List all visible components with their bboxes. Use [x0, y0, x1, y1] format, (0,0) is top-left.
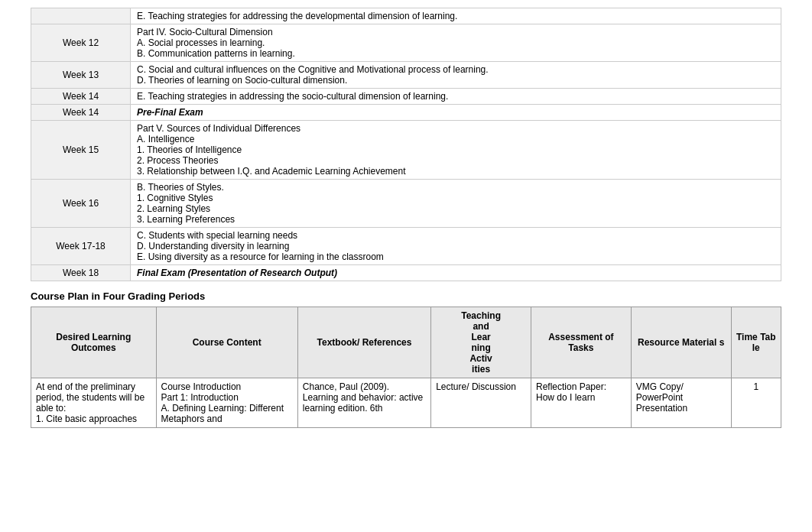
content-cell: B. Theories of Styles.1. Cognitive Style…	[131, 180, 781, 228]
week-cell: Week 16	[31, 180, 131, 228]
content-cell: Part IV. Socio-Cultural DimensionA. Soci…	[131, 24, 781, 62]
week-cell: Week 17-18	[31, 228, 131, 265]
main-container: E. Teaching strategies for addressing th…	[0, 0, 812, 436]
cp-cell-ta: Lecture/ Discussion	[431, 378, 531, 428]
header-dlo: Desired Learning Outcomes	[31, 307, 157, 378]
content-cell: E. Teaching strategies for addressing th…	[131, 8, 781, 24]
cp-cell-dlo: At end of the preliminary period, the st…	[31, 378, 157, 428]
cp-cell-tr: Chance, Paul (2009). Learning and behavi…	[297, 378, 430, 428]
course-plan-table: Desired Learning Outcomes Course Content…	[31, 307, 781, 428]
week-cell: Week 18	[31, 265, 131, 281]
content-cell: Final Exam (Presentation of Research Out…	[131, 265, 781, 281]
week-cell: Week 14	[31, 105, 131, 121]
header-tbl: Time Tab le	[731, 307, 781, 378]
cp-cell-cc: Course IntroductionPart 1: IntroductionA…	[156, 378, 297, 428]
content-cell: C. Students with special learning needsD…	[131, 228, 781, 265]
content-cell: Part V. Sources of Individual Difference…	[131, 121, 781, 180]
cp-cell-tasks: Reflection Paper: How do I learn	[531, 378, 631, 428]
header-tr: Textbook/ References	[297, 307, 430, 378]
schedule-table: E. Teaching strategies for addressing th…	[31, 8, 781, 281]
week-cell: Week 12	[31, 24, 131, 62]
header-ta: TeachingandLearningActivities	[431, 307, 531, 378]
content-cell: Pre-Final Exam	[131, 105, 781, 121]
header-tasks: Assessment of Tasks	[531, 307, 631, 378]
week-cell: Week 13	[31, 62, 131, 89]
content-cell: C. Social and cultural influences on the…	[131, 62, 781, 89]
content-cell: E. Teaching strategies in addressing the…	[131, 89, 781, 105]
week-cell	[31, 8, 131, 24]
week-cell: Week 14	[31, 89, 131, 105]
cp-cell-tbl: 1	[731, 378, 781, 428]
header-cc: Course Content	[156, 307, 297, 378]
week-cell: Week 15	[31, 121, 131, 180]
cp-cell-rm: VMG Copy/ PowerPoint Presentation	[631, 378, 731, 428]
header-rm: Resource Material s	[631, 307, 731, 378]
section-title: Course Plan in Four Grading Periods	[31, 290, 781, 302]
